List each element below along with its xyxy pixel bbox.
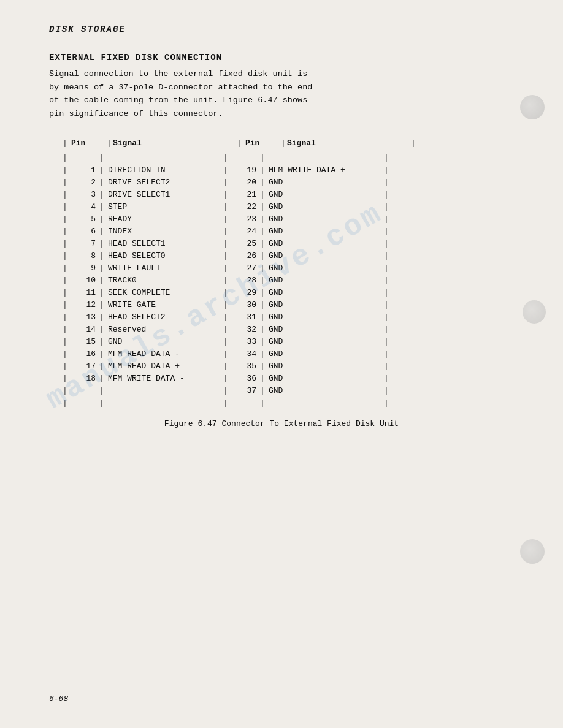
pipe: | [61, 214, 69, 224]
sig2-cell: GND [266, 190, 383, 199]
pipe: | [222, 374, 229, 383]
pin2-cell: 26 [229, 251, 259, 260]
sig2-cell: GND [266, 374, 383, 383]
pin2-cell: 32 [229, 325, 259, 334]
pipe: | [61, 251, 69, 260]
pipe: | [383, 313, 390, 322]
pipe: | [98, 374, 105, 383]
sig1-cell: HEAD SELECT1 [105, 239, 222, 248]
pipe: | [259, 288, 266, 297]
pin2-cell: 21 [229, 190, 259, 199]
sig1-cell: HEAD SELECT2 [105, 313, 222, 322]
table-row: | 10 | TRACK0 | 28 | GND | [61, 274, 502, 286]
pin2-cell: 28 [229, 276, 259, 285]
table-body: | 1 | DIRECTION IN | 19 | MFM WRITE DATA… [61, 164, 502, 396]
pin2-cell: 31 [229, 313, 259, 322]
pipe: | [383, 276, 390, 285]
pin2-cell: 24 [229, 227, 259, 236]
pipe: | [383, 178, 390, 187]
sig2-cell: GND [266, 300, 383, 309]
page-number: 6-68 [49, 694, 68, 703]
pin1-cell: 5 [69, 214, 98, 224]
col-pin2-header: Pin [243, 138, 280, 148]
pipe: | [222, 276, 229, 285]
table-row: | 15 | GND | 33 | GND | [61, 335, 502, 347]
pipe: | [61, 300, 69, 309]
sig1-cell: MFM READ DATA + [105, 362, 222, 371]
pin2-cell: 30 [229, 300, 259, 309]
pipe: | [259, 276, 266, 285]
table-row: | 12 | WRITE GATE | 30 | GND | [61, 298, 502, 311]
pipe: | [259, 349, 266, 358]
pipe: | [236, 138, 243, 148]
pipe: | [259, 374, 266, 383]
pipe: | [259, 325, 266, 334]
pipe: | [98, 227, 105, 236]
table-row: | 3 | DRIVE SELECT1 | 21 | GND | [61, 188, 502, 200]
table-row: | 18 | MFM WRITE DATA - | 36 | GND | [61, 372, 502, 384]
pipe: | [222, 239, 229, 248]
of-text: of [49, 96, 59, 105]
pin1-cell: 14 [69, 325, 98, 334]
pipe: | [98, 214, 105, 224]
pin1-cell: 7 [69, 239, 98, 248]
pipe: | [98, 251, 105, 260]
pipe: | [98, 276, 105, 285]
pipe: | [383, 300, 390, 309]
pipe: | [383, 251, 390, 260]
pipe: | [222, 325, 229, 334]
page-circle-mid [523, 300, 546, 324]
pin1-cell: 1 [69, 165, 98, 175]
pin2-cell: 33 [229, 337, 259, 346]
pin1-cell: 2 [69, 178, 98, 187]
pipe: | [222, 202, 229, 211]
pipe: | [61, 276, 69, 285]
pipe: | [98, 313, 105, 322]
pipe: | [222, 190, 229, 199]
pin1-cell: 17 [69, 362, 98, 371]
sig1-cell: READY [105, 214, 222, 224]
pipe: | [222, 300, 229, 309]
pipe: | [61, 264, 69, 273]
pin2-cell: 20 [229, 178, 259, 187]
pin1-cell: 8 [69, 251, 98, 260]
sig1-cell: STEP [105, 202, 222, 211]
pipe: | [222, 227, 229, 236]
sig2-cell: GND [266, 362, 383, 371]
pipe: | [222, 214, 229, 224]
sig2-cell: GND [266, 349, 383, 358]
page-circle-top [520, 95, 545, 119]
sig1-cell: DIRECTION IN [105, 165, 222, 175]
pipe: | [222, 264, 229, 273]
pipe: | [98, 362, 105, 371]
pipe: | [383, 374, 390, 383]
table-row: | 1 | DIRECTION IN | 19 | MFM WRITE DATA… [61, 164, 502, 176]
sig2-cell: GND [266, 251, 383, 260]
pin-signal-table: | Pin | Signal | Pin | Signal | | | | | … [61, 135, 502, 409]
pipe: | [222, 288, 229, 297]
pipe: | [61, 138, 69, 148]
pin1-cell: 12 [69, 300, 98, 309]
pin2-cell: 36 [229, 374, 259, 383]
pipe: | [383, 386, 390, 395]
pin1-cell: 13 [69, 313, 98, 322]
pipe: | [259, 190, 266, 199]
pin2-cell: 23 [229, 214, 259, 224]
sig1-cell: INDEX [105, 227, 222, 236]
table-row: | 6 | INDEX | 24 | GND | [61, 225, 502, 237]
pipe: | [383, 349, 390, 358]
table-row: | 4 | STEP | 22 | GND | [61, 200, 502, 213]
pin2-cell: 27 [229, 264, 259, 273]
table-row: | 13 | HEAD SELECT2 | 31 | GND | [61, 311, 502, 323]
pipe: | [61, 227, 69, 236]
section-title: EXTERNAL FIXED DISK CONNECTION [49, 53, 514, 63]
page-header: DISK STORAGE [49, 25, 514, 34]
table-row: | 8 | HEAD SELECT0 | 26 | GND | [61, 249, 502, 262]
pin1-cell: 18 [69, 374, 98, 383]
pipe: | [61, 349, 69, 358]
sig1-cell: DRIVE SELECT1 [105, 190, 222, 199]
sig2-cell: GND [266, 227, 383, 236]
sig1-cell: GND [105, 337, 222, 346]
sig2-cell: GND [266, 214, 383, 224]
table-row: | 16 | MFM READ DATA - | 34 | GND | [61, 347, 502, 360]
